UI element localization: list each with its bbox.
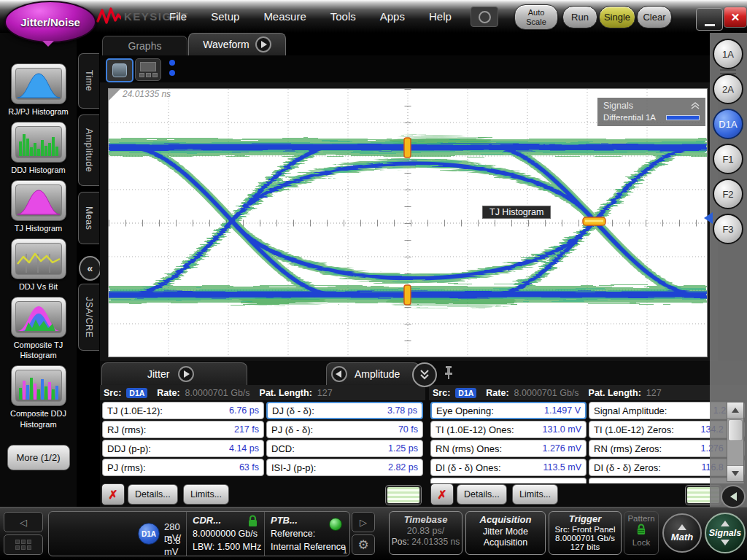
sidebar-item-tj-histogram[interactable]: TJ Histogram xyxy=(2,180,75,233)
sidebar-collapse-button[interactable]: « xyxy=(79,256,101,281)
keysight-spark-icon xyxy=(96,7,121,26)
timebase-status-box[interactable]: Timebase 20.83 ps/ Pos: 24.01335 ns xyxy=(389,511,462,555)
menu-apps[interactable]: Apps xyxy=(380,10,405,23)
menu-help[interactable]: Help xyxy=(429,10,452,23)
menu-tools[interactable]: Tools xyxy=(330,10,356,23)
waveform-tab-menu-icon[interactable] xyxy=(255,36,271,52)
cell-di-ones[interactable]: DI (δ - δ) Ones:113.5 mV xyxy=(430,459,587,476)
tab-meas[interactable]: Meas xyxy=(78,192,99,244)
tab-jsa-cre[interactable]: JSA/CRE xyxy=(78,284,99,351)
arrow-down-icon xyxy=(732,471,739,476)
sidebar-item-rjpj-histogram[interactable]: RJ/PJ Histogram xyxy=(2,63,75,117)
sidebar-item-ddj-histogram[interactable]: DDJ Histogram xyxy=(2,122,75,175)
tab-jitter[interactable]: Jitter xyxy=(101,362,247,385)
single-button[interactable]: Single xyxy=(599,6,635,28)
tab-amplitude-category[interactable]: Amplitude xyxy=(78,114,99,186)
tj-histogram-thumbnail-icon xyxy=(15,184,62,217)
channel-button-f3[interactable]: F3 xyxy=(713,214,743,244)
menu-file[interactable]: File xyxy=(169,10,187,23)
tab-graphs[interactable]: Graphs xyxy=(102,36,187,55)
close-button[interactable]: ✕ xyxy=(724,7,747,28)
tab-time[interactable]: Time xyxy=(78,53,99,109)
signals-button[interactable]: Signals xyxy=(705,513,746,553)
channel-scale-section[interactable]: D1A 280 mV/ -5.8 mV xyxy=(49,512,186,556)
jitter-delete-button[interactable]: ✗ xyxy=(101,483,125,505)
run-button[interactable]: Run xyxy=(562,6,597,28)
clear-button[interactable]: Clear xyxy=(637,6,672,28)
screenshot-camera-button[interactable] xyxy=(471,7,498,27)
acquisition-status-box[interactable]: Acquisition Jitter Mode Acquisition xyxy=(465,511,546,555)
amplitude-panel-buttons: ✗ Details... Limits... xyxy=(429,483,747,506)
channel-badge[interactable]: D1A xyxy=(138,523,160,545)
sidebar-item-composite-ddj-histogram[interactable]: Composite DDJ Histogram xyxy=(2,365,75,429)
single-view-layout-button[interactable] xyxy=(106,58,133,82)
jitter-limits-button[interactable]: Limits... xyxy=(183,484,229,505)
channel-button-f1[interactable]: F1 xyxy=(713,144,743,174)
jitter-tab-menu-icon[interactable] xyxy=(178,366,194,382)
grid-icon xyxy=(15,540,31,550)
cell-ti-ones[interactable]: TI (1.0E-12) Ones:131.0 mV xyxy=(430,421,587,438)
scrollbar-thumb[interactable] xyxy=(728,419,743,441)
pin-icon[interactable] xyxy=(443,365,454,383)
jitter-details-button[interactable]: Details... xyxy=(128,484,178,505)
eye-diagram-plot[interactable]: 24.01335 ns TJ Histogram Signals Differe… xyxy=(108,88,708,357)
auto-scale-button[interactable]: AutoScale xyxy=(514,4,558,30)
amplitude-collapse-button[interactable] xyxy=(721,485,746,508)
minimize-button[interactable] xyxy=(696,8,723,31)
sidebar-item-composite-tj-histogram[interactable]: Composite TJ Histogram xyxy=(2,297,75,360)
scroll-down-button[interactable] xyxy=(727,465,743,481)
channel-button-1a[interactable]: 1A xyxy=(713,39,743,69)
next-page-button[interactable]: ▷ xyxy=(352,512,375,532)
timebase-scale: 20.83 ps/ xyxy=(390,526,462,536)
app-logo-badge[interactable]: Jitter/Noise xyxy=(4,1,96,43)
amplitude-limits-button[interactable]: Limits... xyxy=(512,484,558,505)
title-bar: KEYSIGHT File Setup Measure Tools Apps H… xyxy=(0,0,747,33)
panel-collapse-button[interactable] xyxy=(412,362,437,387)
cell-isij[interactable]: ISI-J (p-p):2.82 ps xyxy=(266,459,423,476)
eye-diagram-canvas xyxy=(109,89,707,357)
settings-gear-button[interactable]: ⚙ xyxy=(352,534,375,555)
channel-button-d1a[interactable]: D1A xyxy=(713,109,743,139)
cell-dcd[interactable]: DCD:1.25 ps xyxy=(266,440,423,457)
cdr-title: CDR... xyxy=(193,515,221,526)
sidebar-item-ddj-vs-bit[interactable]: DDJ Vs Bit xyxy=(2,238,75,292)
legend-title: Signals xyxy=(603,101,633,111)
tab-waveform[interactable]: Waveform xyxy=(188,33,286,55)
trigger-bits: 127 bits xyxy=(549,542,621,551)
amplitude-delete-button[interactable]: ✗ xyxy=(430,483,454,505)
cell-pj-rms[interactable]: PJ (rms):63 fs xyxy=(102,459,264,476)
amplitude-table-scrollbar[interactable] xyxy=(727,402,744,482)
menu-measure[interactable]: Measure xyxy=(263,10,306,23)
overview-grid-button[interactable] xyxy=(4,534,43,555)
pattern-lock-box[interactable]: Pattern Lock xyxy=(624,511,659,555)
cell-eye-opening[interactable]: Eye Opening:1.1497 V xyxy=(430,402,587,419)
left-arrow-icon xyxy=(730,492,737,501)
amplitude-tab-menu-icon[interactable] xyxy=(331,366,347,382)
menu-setup[interactable]: Setup xyxy=(211,10,239,23)
app-logo-dropdown-icon xyxy=(42,41,54,47)
cell-rj[interactable]: RJ (rms):217 fs xyxy=(102,421,264,438)
scroll-up-button[interactable] xyxy=(727,402,743,419)
ptb-section[interactable]: PTB... Reference: Internal Reference 1 xyxy=(264,512,349,556)
multi-view-layout-button[interactable] xyxy=(135,58,161,81)
cell-tj[interactable]: TJ (1.0E-12):6.76 ps xyxy=(102,402,264,419)
tab-amplitude-panel[interactable]: Amplitude xyxy=(326,362,419,385)
signal-status-panel[interactable]: D1A 280 mV/ -5.8 mV CDR... 8.0000000 Gb/… xyxy=(48,511,350,556)
cell-pj-dd[interactable]: PJ (δ - δ):70 fs xyxy=(266,421,423,438)
cell-dj[interactable]: DJ (δ - δ):3.78 ps xyxy=(266,402,423,419)
waveform-plot-frame: 24.01335 ns TJ Histogram Signals Differe… xyxy=(100,82,718,361)
cell-ddj[interactable]: DDJ (p-p):4.14 ps xyxy=(102,440,264,457)
tj-histogram-label[interactable]: TJ Histogram xyxy=(482,206,551,219)
previous-page-button[interactable]: ◁ xyxy=(4,512,43,532)
more-graphs-button[interactable]: More (1/2) xyxy=(7,445,70,470)
composite-ddj-thumbnail-icon xyxy=(15,370,62,402)
cdr-section[interactable]: CDR... 8.0000000 Gb/s LBW: 1.500 MHz xyxy=(186,512,264,556)
cell-rn-ones[interactable]: RN (rms) Ones:1.276 mV xyxy=(430,440,587,457)
channel-button-2a[interactable]: 2A xyxy=(713,74,743,104)
channel-button-f2[interactable]: F2 xyxy=(713,179,743,209)
legend-collapse-icon[interactable] xyxy=(691,102,700,109)
jitter-panel-buttons: ✗ Details... Limits... xyxy=(100,483,425,506)
amplitude-details-button[interactable]: Details... xyxy=(457,484,507,505)
trigger-status-box[interactable]: Trigger Src: Front Panel 8.0000701 Gb/s … xyxy=(549,511,622,555)
math-button[interactable]: Math xyxy=(662,513,702,553)
